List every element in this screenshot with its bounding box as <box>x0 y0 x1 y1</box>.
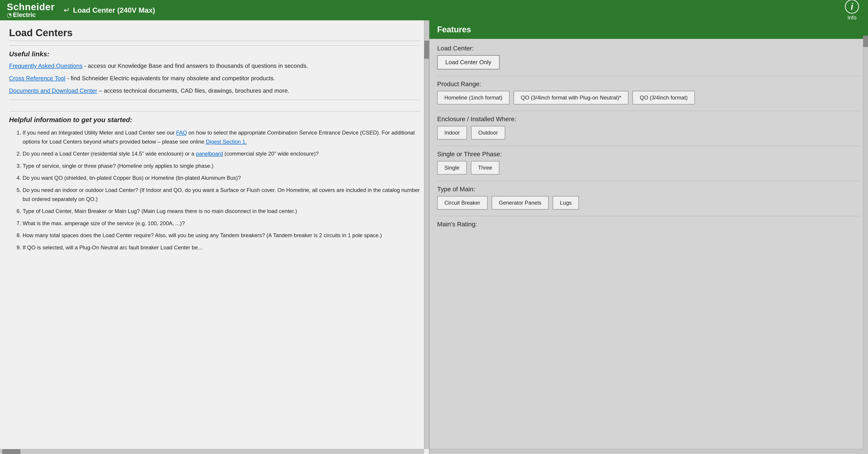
info-label: Info <box>847 14 857 21</box>
digest-link[interactable]: Digest Section 1. <box>206 139 247 145</box>
feature-section-mains-rating: Main's Rating: <box>437 221 860 231</box>
left-scrollbar-v[interactable] <box>424 20 429 449</box>
docs-link[interactable]: Documents and Download Center <box>9 87 97 94</box>
breadcrumb-arrow-icon: ↵ <box>64 6 70 14</box>
enclosure-buttons: Indoor Outdoor <box>437 126 860 140</box>
helpful-section: Helpful information to get you started: … <box>9 100 420 252</box>
cross-ref-description: - find Schneider Electric equivalents fo… <box>66 75 275 82</box>
main-container: Load Centers Useful links: Frequently As… <box>0 20 868 454</box>
qo-button[interactable]: QO (3/4inch format) <box>632 91 695 104</box>
phase-label: Single or Three Phase: <box>437 151 860 158</box>
feature-section-main-type: Type of Main: Circuit Breaker Generator … <box>437 186 860 210</box>
right-scrollbar-v[interactable] <box>863 36 868 449</box>
logo-name: Schneider <box>7 2 55 12</box>
right-scrollbar-h[interactable] <box>430 449 863 454</box>
helpful-heading: Helpful information to get you started: <box>9 111 420 124</box>
right-vscroll-thumb[interactable] <box>863 36 868 47</box>
left-panel: Load Centers Useful links: Frequently As… <box>0 20 430 454</box>
breadcrumb-text: Load Center (240V Max) <box>73 6 155 14</box>
list-item: Do you need an indoor or outdoor Load Ce… <box>23 186 420 204</box>
list-item: If QO is selected, will a Plug-On Neutra… <box>23 243 420 252</box>
docs-description: – access technical documents, CAD files,… <box>97 87 289 94</box>
features-header: Features <box>430 20 868 39</box>
info-icon: i <box>845 0 859 13</box>
cross-ref-link[interactable]: Cross Reference Tool <box>9 75 66 82</box>
indoor-button[interactable]: Indoor <box>437 126 467 140</box>
left-scrollbar-h[interactable] <box>0 449 424 454</box>
main-type-label: Type of Main: <box>437 186 860 193</box>
load-center-only-button[interactable]: Load Center Only <box>437 55 500 69</box>
outdoor-button[interactable]: Outdoor <box>471 126 505 140</box>
single-phase-button[interactable]: Single <box>437 161 467 175</box>
product-range-label: Product Range: <box>437 81 860 88</box>
list-item: What is the max. amperage size of the se… <box>23 219 420 228</box>
left-hscroll-thumb[interactable] <box>2 449 20 454</box>
right-panel: Features Load Center: Load Center Only P… <box>430 20 868 454</box>
left-scroll-thumb[interactable] <box>424 41 429 59</box>
docs-link-block: Documents and Download Center – access t… <box>9 87 420 94</box>
page-title: Load Centers <box>9 27 420 41</box>
logo-electric: Electric <box>13 11 36 19</box>
enclosure-label: Enclosure / Installed Where: <box>437 116 860 123</box>
helpful-list: If you need an Integrated Utility Meter … <box>9 128 420 252</box>
header: Schneider ◔ Electric ↵ Load Center (240V… <box>0 0 868 20</box>
list-item: Type of service, single or three phase? … <box>23 161 420 171</box>
feature-section-load-center: Load Center: Load Center Only <box>437 45 860 69</box>
cross-ref-link-block: Cross Reference Tool - find Schneider El… <box>9 75 420 82</box>
feature-section-phase: Single or Three Phase: Single Three <box>437 151 860 175</box>
mains-rating-label: Main's Rating: <box>437 221 860 228</box>
list-item: Do you need a Load Center (residential s… <box>23 149 420 158</box>
three-phase-button[interactable]: Three <box>471 161 500 175</box>
panelboard-link[interactable]: panelboard <box>196 151 223 157</box>
list-item: If you need an Integrated Utility Meter … <box>23 128 420 146</box>
faq-link-block: Frequently Asked Questions - access our … <box>9 62 420 69</box>
features-body: Load Center: Load Center Only Product Ra… <box>430 39 868 454</box>
logo-area: Schneider ◔ Electric <box>7 2 55 19</box>
lugs-button[interactable]: Lugs <box>553 196 579 210</box>
info-button[interactable]: i Info <box>845 0 859 21</box>
load-center-label: Load Center: <box>437 45 860 52</box>
faq-description: - access our Knowledge Base and find ans… <box>83 62 308 69</box>
list-item: Do you want QO (shielded, tin-plated Cop… <box>23 174 420 182</box>
faq-link[interactable]: Frequently Asked Questions <box>9 62 83 69</box>
faq-inline-link[interactable]: FAQ <box>176 129 187 135</box>
qo-plug-neutral-button[interactable]: QO (3/4inch format with Plug-on Neutral)… <box>514 91 628 104</box>
generator-panels-button[interactable]: Generator Panels <box>492 196 549 210</box>
product-range-buttons: Homeline (1inch format) QO (3/4inch form… <box>437 91 860 104</box>
right-scroll-corner <box>863 449 868 454</box>
load-center-buttons: Load Center Only <box>437 55 860 69</box>
phase-buttons: Single Three <box>437 161 860 175</box>
feature-section-enclosure: Enclosure / Installed Where: Indoor Outd… <box>437 116 860 140</box>
main-type-buttons: Circuit Breaker Generator Panels Lugs <box>437 196 860 210</box>
circuit-breaker-button[interactable]: Circuit Breaker <box>437 196 488 210</box>
breadcrumb: ↵ Load Center (240V Max) <box>64 6 155 14</box>
useful-links-heading: Useful links: <box>9 50 420 58</box>
feature-section-product-range: Product Range: Homeline (1inch format) Q… <box>437 81 860 104</box>
list-item: How many total spaces does the Load Cent… <box>23 231 420 240</box>
homeline-button[interactable]: Homeline (1inch format) <box>437 91 509 104</box>
list-item: Type of Load Center, Main Breaker or Mai… <box>23 207 420 216</box>
